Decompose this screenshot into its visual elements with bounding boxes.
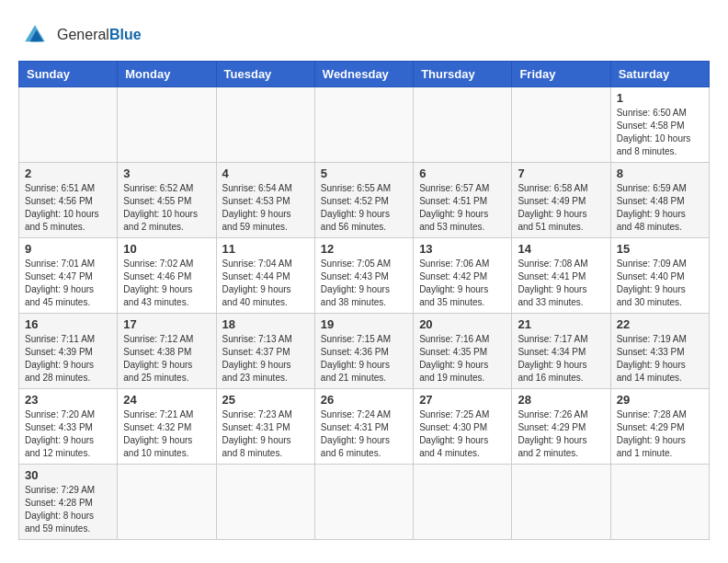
day-info: Sunrise: 7:01 AM Sunset: 4:47 PM Dayligh… bbox=[25, 258, 111, 309]
day-number: 25 bbox=[222, 393, 309, 407]
day-info: Sunrise: 6:57 AM Sunset: 4:51 PM Dayligh… bbox=[419, 182, 506, 234]
day-info: Sunrise: 6:58 AM Sunset: 4:49 PM Dayligh… bbox=[518, 182, 604, 234]
calendar-cell: 4Sunrise: 6:54 AM Sunset: 4:53 PM Daylig… bbox=[216, 163, 314, 238]
day-number: 11 bbox=[222, 242, 309, 256]
calendar-cell: 20Sunrise: 7:16 AM Sunset: 4:35 PM Dayli… bbox=[414, 314, 512, 389]
calendar-cell bbox=[512, 465, 610, 540]
day-number: 5 bbox=[321, 167, 407, 180]
weekday-header-monday: Monday bbox=[118, 62, 216, 87]
calendar-cell: 14Sunrise: 7:08 AM Sunset: 4:41 PM Dayli… bbox=[512, 238, 610, 314]
calendar-cell: 13Sunrise: 7:06 AM Sunset: 4:42 PM Dayli… bbox=[414, 238, 512, 314]
weekday-header-row: SundayMondayTuesdayWednesdayThursdayFrid… bbox=[19, 62, 710, 87]
calendar-cell bbox=[512, 87, 610, 163]
day-info: Sunrise: 7:02 AM Sunset: 4:46 PM Dayligh… bbox=[123, 258, 210, 309]
calendar-cell: 1Sunrise: 6:50 AM Sunset: 4:58 PM Daylig… bbox=[610, 87, 709, 163]
day-number: 14 bbox=[518, 242, 604, 256]
day-info: Sunrise: 6:51 AM Sunset: 4:56 PM Dayligh… bbox=[25, 182, 111, 234]
calendar-cell: 28Sunrise: 7:26 AM Sunset: 4:29 PM Dayli… bbox=[512, 389, 610, 465]
day-number: 18 bbox=[222, 317, 309, 331]
calendar-cell: 18Sunrise: 7:13 AM Sunset: 4:37 PM Dayli… bbox=[216, 314, 314, 389]
calendar-cell: 27Sunrise: 7:25 AM Sunset: 4:30 PM Dayli… bbox=[414, 389, 512, 465]
svg-rect-3 bbox=[31, 39, 38, 42]
day-number: 9 bbox=[25, 242, 111, 256]
calendar-cell: 9Sunrise: 7:01 AM Sunset: 4:47 PM Daylig… bbox=[19, 238, 118, 314]
weekday-header-thursday: Thursday bbox=[414, 62, 512, 87]
day-info: Sunrise: 7:16 AM Sunset: 4:35 PM Dayligh… bbox=[419, 333, 506, 385]
day-number: 22 bbox=[617, 317, 703, 331]
day-number: 1 bbox=[617, 91, 703, 105]
logo: GeneralBlue bbox=[18, 18, 142, 52]
calendar-cell bbox=[118, 87, 216, 163]
day-number: 17 bbox=[123, 317, 210, 331]
day-number: 6 bbox=[419, 167, 506, 180]
calendar-week-row: 23Sunrise: 7:20 AM Sunset: 4:33 PM Dayli… bbox=[19, 389, 710, 465]
calendar-cell: 23Sunrise: 7:20 AM Sunset: 4:33 PM Dayli… bbox=[19, 389, 118, 465]
day-info: Sunrise: 7:15 AM Sunset: 4:36 PM Dayligh… bbox=[321, 333, 407, 385]
weekday-header-saturday: Saturday bbox=[610, 62, 709, 87]
calendar-cell: 17Sunrise: 7:12 AM Sunset: 4:38 PM Dayli… bbox=[118, 314, 216, 389]
day-info: Sunrise: 7:13 AM Sunset: 4:37 PM Dayligh… bbox=[222, 333, 309, 385]
calendar-cell bbox=[314, 87, 413, 163]
day-info: Sunrise: 6:54 AM Sunset: 4:53 PM Dayligh… bbox=[222, 182, 309, 234]
calendar-cell: 21Sunrise: 7:17 AM Sunset: 4:34 PM Dayli… bbox=[512, 314, 610, 389]
day-info: Sunrise: 6:59 AM Sunset: 4:48 PM Dayligh… bbox=[617, 182, 703, 234]
day-number: 26 bbox=[321, 393, 407, 407]
day-number: 12 bbox=[321, 242, 407, 256]
day-info: Sunrise: 7:09 AM Sunset: 4:40 PM Dayligh… bbox=[617, 258, 703, 309]
day-info: Sunrise: 7:25 AM Sunset: 4:30 PM Dayligh… bbox=[419, 408, 506, 460]
day-number: 10 bbox=[123, 242, 210, 256]
calendar-week-row: 1Sunrise: 6:50 AM Sunset: 4:58 PM Daylig… bbox=[19, 87, 710, 163]
calendar-cell: 12Sunrise: 7:05 AM Sunset: 4:43 PM Dayli… bbox=[314, 238, 413, 314]
calendar-cell bbox=[216, 87, 314, 163]
day-info: Sunrise: 7:29 AM Sunset: 4:28 PM Dayligh… bbox=[25, 484, 111, 535]
day-info: Sunrise: 7:28 AM Sunset: 4:29 PM Dayligh… bbox=[617, 408, 703, 460]
day-number: 29 bbox=[617, 393, 703, 407]
calendar-cell bbox=[118, 465, 216, 540]
calendar-cell: 29Sunrise: 7:28 AM Sunset: 4:29 PM Dayli… bbox=[610, 389, 709, 465]
day-info: Sunrise: 6:55 AM Sunset: 4:52 PM Dayligh… bbox=[321, 182, 407, 234]
calendar-cell: 30Sunrise: 7:29 AM Sunset: 4:28 PM Dayli… bbox=[19, 465, 118, 540]
day-info: Sunrise: 6:52 AM Sunset: 4:55 PM Dayligh… bbox=[123, 182, 210, 234]
day-info: Sunrise: 7:12 AM Sunset: 4:38 PM Dayligh… bbox=[123, 333, 210, 385]
day-info: Sunrise: 7:17 AM Sunset: 4:34 PM Dayligh… bbox=[518, 333, 604, 385]
calendar-week-row: 2Sunrise: 6:51 AM Sunset: 4:56 PM Daylig… bbox=[19, 163, 710, 238]
day-number: 7 bbox=[518, 167, 604, 180]
day-number: 23 bbox=[25, 393, 111, 407]
calendar-cell: 26Sunrise: 7:24 AM Sunset: 4:31 PM Dayli… bbox=[314, 389, 413, 465]
calendar-cell: 2Sunrise: 6:51 AM Sunset: 4:56 PM Daylig… bbox=[19, 163, 118, 238]
calendar-cell: 8Sunrise: 6:59 AM Sunset: 4:48 PM Daylig… bbox=[610, 163, 709, 238]
day-info: Sunrise: 7:11 AM Sunset: 4:39 PM Dayligh… bbox=[25, 333, 111, 385]
logo-text: GeneralBlue bbox=[57, 27, 142, 43]
day-number: 21 bbox=[518, 317, 604, 331]
day-info: Sunrise: 7:05 AM Sunset: 4:43 PM Dayligh… bbox=[321, 258, 407, 309]
calendar-week-row: 16Sunrise: 7:11 AM Sunset: 4:39 PM Dayli… bbox=[19, 314, 710, 389]
calendar-cell: 25Sunrise: 7:23 AM Sunset: 4:31 PM Dayli… bbox=[216, 389, 314, 465]
day-info: Sunrise: 6:50 AM Sunset: 4:58 PM Dayligh… bbox=[617, 107, 703, 158]
day-number: 16 bbox=[25, 317, 111, 331]
calendar-cell bbox=[414, 87, 512, 163]
day-number: 4 bbox=[222, 167, 309, 180]
calendar-cell: 19Sunrise: 7:15 AM Sunset: 4:36 PM Dayli… bbox=[314, 314, 413, 389]
calendar-cell: 10Sunrise: 7:02 AM Sunset: 4:46 PM Dayli… bbox=[118, 238, 216, 314]
day-info: Sunrise: 7:21 AM Sunset: 4:32 PM Dayligh… bbox=[123, 408, 210, 460]
calendar-cell: 11Sunrise: 7:04 AM Sunset: 4:44 PM Dayli… bbox=[216, 238, 314, 314]
calendar-week-row: 9Sunrise: 7:01 AM Sunset: 4:47 PM Daylig… bbox=[19, 238, 710, 314]
calendar-cell: 22Sunrise: 7:19 AM Sunset: 4:33 PM Dayli… bbox=[610, 314, 709, 389]
day-number: 8 bbox=[617, 167, 703, 180]
calendar-cell bbox=[216, 465, 314, 540]
calendar-cell bbox=[414, 465, 512, 540]
day-info: Sunrise: 7:20 AM Sunset: 4:33 PM Dayligh… bbox=[25, 408, 111, 460]
calendar-cell: 15Sunrise: 7:09 AM Sunset: 4:40 PM Dayli… bbox=[610, 238, 709, 314]
day-number: 20 bbox=[419, 317, 506, 331]
day-number: 28 bbox=[518, 393, 604, 407]
day-info: Sunrise: 7:23 AM Sunset: 4:31 PM Dayligh… bbox=[222, 408, 309, 460]
day-info: Sunrise: 7:26 AM Sunset: 4:29 PM Dayligh… bbox=[518, 408, 604, 460]
day-info: Sunrise: 7:24 AM Sunset: 4:31 PM Dayligh… bbox=[321, 408, 407, 460]
weekday-header-tuesday: Tuesday bbox=[216, 62, 314, 87]
calendar-cell bbox=[610, 465, 709, 540]
calendar-cell: 5Sunrise: 6:55 AM Sunset: 4:52 PM Daylig… bbox=[314, 163, 413, 238]
day-info: Sunrise: 7:19 AM Sunset: 4:33 PM Dayligh… bbox=[617, 333, 703, 385]
day-number: 3 bbox=[123, 167, 210, 180]
weekday-header-friday: Friday bbox=[512, 62, 610, 87]
weekday-header-sunday: Sunday bbox=[19, 62, 118, 87]
